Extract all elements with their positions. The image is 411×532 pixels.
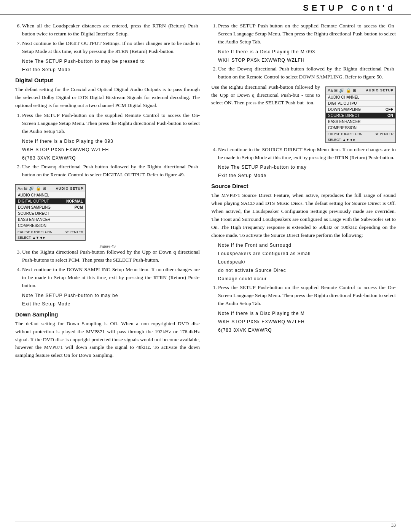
osd-label-source-direct: SOURCE DIRECT (18, 211, 49, 216)
note-r2-line-2: Exit the Setup Mode (218, 172, 396, 179)
aa-icon-r: Aa (328, 88, 333, 93)
note-block-r1: Note If there is a Disc Playing the M 09… (218, 48, 396, 64)
source-direct-step-1: Press the SETUP Push-button on the suppl… (218, 284, 396, 308)
right-steps-2: Use the Downq directional Push-button fo… (211, 65, 396, 81)
figure49-caption: Figure 49 (15, 244, 200, 248)
osd-left-select: SELECT: ▲▼◄► (16, 235, 85, 240)
right-column: Press the SETUP Push-button on the suppl… (211, 22, 396, 362)
osd-row-down-sampling: DOWN SAMPLING PCM (16, 204, 85, 211)
aa-icon: Aa (18, 186, 22, 191)
down-sampling-body: The defaut setting for Down Sampling is … (15, 320, 200, 360)
note-r1-line-2: WKH STOP PXSk EXWWRQ WZLFH (218, 57, 396, 64)
page-footer: 33 (391, 522, 396, 528)
digital-step-4: Next continue to the DOWN SAMPLING Setup… (22, 266, 200, 290)
right-step-4: Next continue to the SOURCE DIRECT Setup… (218, 146, 396, 162)
osd-value-down-sampling: PCM (75, 205, 83, 209)
source-direct-steps: Press the SETUP Push-button on the suppl… (211, 284, 396, 308)
osd-value-digital-output: NORMAL (66, 199, 83, 203)
osd-exit-label: EXIT:SETUP/RETURN (18, 230, 53, 234)
right-steps-1: Press the SETUP Push-button on the suppl… (211, 22, 396, 46)
right-steps-4: Next continue to the SOURCE DIRECT Setup… (211, 146, 396, 162)
note2-line-3: 6(783 3XVK EXWWRQ (22, 155, 200, 161)
digital-steps-2: Use the Downq directional Push-button fo… (15, 163, 200, 179)
note-r3-line-2: Loudspeakers are Configured as Small (218, 250, 396, 257)
note-r3-line-4: do not activate Source Direc (218, 267, 396, 274)
note-line-1: Note The SETUP Push-button to may be pre… (22, 58, 200, 65)
osd-row-digital-output: DIGITAL OUTPUT NORMAL (16, 198, 85, 204)
note3-line-2: Exit the Setup Mode (22, 300, 200, 307)
down-sampling-note: Use the Rightu directional Push-button f… (211, 84, 320, 106)
lock-icon: 🔒 (36, 186, 41, 191)
osd-label-bass-enhancer: BASS ENHANCER (18, 217, 51, 222)
note-r1-line-1: Note If there is a Disc Playing the M 09… (218, 48, 396, 55)
right-step-2: Use the Downq directional Push-button fo… (218, 65, 396, 81)
source-direct-heading: Source Direct (211, 183, 396, 189)
osd-right-select: SELECT: ▲▼◄► (326, 137, 395, 142)
page-title: SETUP Cont'd (303, 3, 396, 13)
osd-label-audio-channel: AUDIO CHANNEL (18, 193, 49, 197)
osd-right-row-down-sampling: DOWN SAMPLING OFF (326, 107, 395, 113)
intro-item-1: When all the Loudspeaker distances are e… (22, 22, 200, 38)
osd-right-label-compression: COMPRESSION (328, 126, 357, 130)
note-r3-line-1: Note If the Front and Surrouqd (218, 242, 396, 249)
note-block-r2: Note The SETUP Push-button to may Exit t… (218, 164, 396, 179)
osd-select-label: SELECT: ▲▼◄► (18, 236, 46, 240)
note-r4-line-2: WKH STOP PXSk EXWWRQ WZLFH (218, 318, 396, 325)
main-content: When all the Loudspeaker distances are e… (0, 15, 411, 369)
osd-right-row-digital-output: DIGITAL OUTPUT (326, 101, 395, 107)
source-direct-body: The MVP871 Source Direct Feature, when a… (211, 192, 396, 240)
note3-line-1: Note The SETUP Push-button to may be (22, 292, 200, 299)
osd-row-audio-channel: AUDIO CHANNEL (16, 192, 85, 198)
right-step-1: Press the SETUP Push-button on the suppl… (218, 22, 396, 46)
osd-row-compression: COMPRESSION (16, 223, 85, 229)
note-r2-line-1: Note The SETUP Push-button to may (218, 164, 396, 171)
osd-right-row-compression: COMPRESSION (326, 125, 395, 131)
osd-right: Aa ⊟ 🔊 🔒 ⊞ AUDIO SETUP AUDIO CHANNEL DIG… (325, 86, 396, 143)
note-block-2: Note If there is a Disc Playing the 093 … (22, 138, 200, 161)
osd-right-label-down: DOWN SAMPLING (328, 107, 361, 112)
osd-set-label: SET:ENTER (64, 230, 83, 234)
osd-right-icons: Aa ⊟ 🔊 🔒 ⊞ (328, 88, 356, 93)
digital-steps: Press the SETUP Push-button on the suppl… (15, 112, 200, 136)
osd-left-footer: EXIT:SETUP/RETURN SET:ENTER (16, 229, 85, 235)
osd-row-source-direct: SOURCE DIRECT (16, 211, 85, 217)
osd-right-set: SET:ENTER (374, 132, 393, 136)
digital-steps-3: Use the Rightu directional Push-button f… (15, 248, 200, 290)
osd-right-row-bass: BASS ENHANCER (326, 119, 395, 125)
down-sampling-heading: Down Sampling (15, 311, 200, 318)
osd-right-footer: EXIT:SETUP/RETURN SET:ENTER (326, 131, 395, 137)
osd-left-header: Aa ⊟ 🔊 🔒 ⊞ AUDIO SETUP (16, 185, 85, 192)
osd-right-select-label: SELECT: ▲▼◄► (328, 138, 356, 142)
osd-label-compression: COMPRESSION (18, 224, 46, 228)
note-r4-line-1: Note If there is a Disc Playing the M (218, 310, 396, 317)
digital-step-3: Use the Rightu directional Push-button f… (22, 248, 200, 264)
osd-right-label-source: SOURCE DIRECT (328, 113, 360, 118)
osd-left: Aa ⊟ 🔊 🔒 ⊞ AUDIO SETUP AUDIO CHANNEL DIG… (15, 184, 86, 241)
intro-list: When all the Loudspeaker distances are e… (15, 22, 200, 56)
note-line-2: Exit the Setup Mode (22, 66, 200, 73)
osd-right-container: Aa ⊟ 🔊 🔒 ⊞ AUDIO SETUP AUDIO CHANNEL DIG… (211, 83, 396, 146)
osd-left-title: AUDIO SETUP (56, 187, 83, 190)
osd-right-title: AUDIO SETUP (366, 88, 393, 92)
note2-line-2: WKH STOP PXSh EXWWRQ WZLFH (22, 146, 200, 153)
osd-right-label-audio: AUDIO CHANNEL (328, 95, 359, 99)
note-block-3: Note The SETUP Push-button to may be Exi… (22, 292, 200, 307)
digital-output-heading: Digital Output (15, 77, 200, 83)
intro-item-2: Next continue to the DIGIT OUTPUT Settin… (22, 40, 200, 56)
speaker-icon-r: 🔊 (339, 88, 344, 93)
page-number: 33 (391, 522, 396, 528)
footer-line (15, 521, 396, 521)
digital-step-1: Press the SETUP Push-button on the suppl… (22, 112, 200, 136)
digital-step-2: Use the Downq directional Push-button fo… (22, 163, 200, 179)
speaker-icon: 🔊 (29, 186, 34, 191)
osd-right-exit: EXIT:SETUP/RETURN (328, 132, 363, 136)
left-column: When all the Loudspeaker distances are e… (15, 22, 200, 362)
monitor-icon-r: ⊟ (334, 88, 338, 93)
digital-output-body: The defaut setting for the Coaxial and O… (15, 86, 200, 110)
note2-line-1: Note If there is a Disc Playing the 093 (22, 138, 200, 145)
menu-icon-r: ⊞ (353, 88, 356, 93)
note-r3-line-5: Damage could occur (218, 275, 396, 282)
osd-right-label-digital: DIGITAL OUTPUT (328, 101, 359, 105)
lock-icon-r: 🔒 (346, 88, 351, 93)
osd-right-value-source: ON (387, 113, 393, 118)
